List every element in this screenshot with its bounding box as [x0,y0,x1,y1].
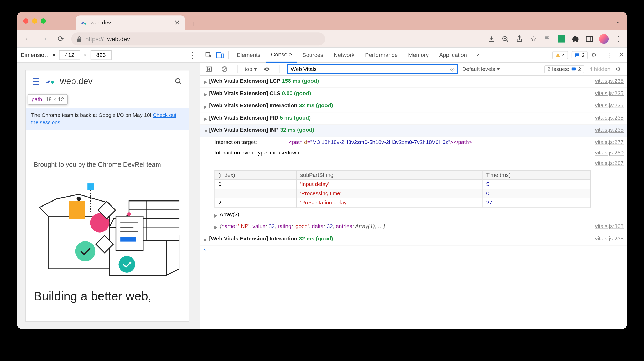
source-link[interactable]: vitals.js:280 [590,148,624,157]
context-selector[interactable]: top▾ [245,66,257,72]
svg-rect-34 [221,54,224,58]
extensions-icon[interactable] [571,34,580,43]
svg-point-0 [84,23,86,25]
address-bar[interactable]: https://web.dev [71,32,325,45]
object-preview-line[interactable]: ▶ {name: 'INP', value: 32, rating: 'good… [214,221,627,233]
log-interaction-2[interactable]: ▶ [Web Vitals Extension] Interaction 32 … [200,233,627,246]
warnings-badge[interactable]: 4 [552,51,568,59]
log-cls[interactable]: ▶ [Web Vitals Extension] CLS 0.00 (good)… [200,88,627,100]
expand-icon[interactable]: ▶ [214,210,220,220]
live-expression-icon[interactable] [261,63,273,75]
close-window[interactable] [23,18,28,24]
devtools-menu-icon[interactable]: ⋮ [603,49,615,60]
share-icon[interactable] [515,34,524,43]
source-link[interactable]: vitals.js:308 [590,222,624,232]
new-tab-button[interactable]: + [188,18,200,30]
source-link[interactable]: vitals.js:277 [590,138,624,147]
col-time: Time (ms) [482,171,590,180]
console-output: ▶ [Web Vitals Extension] LCP 158 ms (goo… [200,76,627,329]
log-interaction[interactable]: ▶ [Web Vitals Extension] Interaction 32 … [200,100,627,113]
source-link[interactable]: vitals.js:235 [590,234,624,243]
sidepanel-icon[interactable] [585,34,594,43]
log-levels-select[interactable]: Default levels▾ [462,66,500,72]
device-more-icon[interactable]: ⋮ [189,50,196,60]
page-headline: Building a better web, [26,286,189,306]
downloads-icon[interactable] [487,34,496,43]
svg-rect-10 [87,183,94,190]
profile-avatar[interactable] [599,34,609,44]
menu-icon[interactable]: ☰ [32,76,40,86]
chrome-menu-icon[interactable]: ⋮ [614,34,622,43]
toggle-sidebar-icon[interactable] [203,63,214,75]
expand-icon[interactable]: ▶ [204,101,209,111]
browser-tab[interactable]: web.dev ✕ [76,15,185,30]
log-fid[interactable]: ▶ [Web Vitals Extension] FID 5 ms (good)… [200,112,627,125]
width-input[interactable] [59,50,80,60]
search-icon[interactable] [175,77,183,85]
bookmark-icon[interactable]: ☆ [529,34,538,43]
console-settings-icon[interactable]: ⚙ [616,66,624,72]
tooltip-dimensions: 18 × 12 [46,96,64,102]
svg-point-14 [75,241,96,261]
tab-sources[interactable]: Sources [297,48,328,63]
reload-button[interactable]: ⟳ [55,33,67,45]
tab-elements[interactable]: Elements [231,48,266,63]
expand-icon[interactable]: ▶ [204,234,209,244]
tab-memory[interactable]: Memory [403,48,434,63]
log-lcp[interactable]: ▶ [Web Vitals Extension] LCP 158 ms (goo… [200,76,627,88]
extension-webvitals-icon[interactable] [557,34,566,43]
dimensions-preset-select[interactable]: Dimensio… ▾ [20,52,56,58]
interaction-target-line: Interaction target: <path d="M3 18h18v-2… [214,137,627,147]
devtools-tabs: Elements Console Sources Network Perform… [200,48,627,63]
forward-button[interactable]: → [38,33,50,45]
console-toolbar: top▾ ⊗ Default levels▾ 2 Issues: 2 4 hid… [200,63,627,76]
device-toggle-icon[interactable] [214,49,226,60]
interaction-event-line: Interaction event type: mousedown vitals… [214,147,627,158]
source-link[interactable]: vitals.js:235 [590,113,624,122]
brand-text: web.dev [60,76,92,86]
source-link[interactable]: vitals.js:235 [590,77,624,85]
minimize-window[interactable] [32,18,37,24]
source-link[interactable]: vitals.js:287 [590,159,624,168]
svg-rect-3 [586,36,592,41]
devtools-settings-icon[interactable]: ⚙ [591,52,600,58]
clear-console-icon[interactable] [219,63,230,75]
expand-icon[interactable]: ▶ [204,77,209,87]
source-link[interactable]: vitals.js:235 [590,101,624,110]
chevron-down-icon: ▾ [497,66,500,72]
tab-performance[interactable]: Performance [360,48,403,63]
source-link[interactable]: vitals.js:235 [590,89,624,97]
collapse-icon[interactable]: ▼ [204,126,209,136]
tabs-more-icon[interactable]: » [472,49,484,60]
tooltip-tagname: path [32,96,42,102]
back-button[interactable]: ← [22,33,34,45]
clear-filter-icon[interactable]: ⊗ [449,65,456,73]
devtools-close-icon[interactable]: ✕ [618,50,624,60]
traffic-lights [22,18,46,24]
tabs-overflow-icon[interactable]: ⌄ [616,18,620,24]
zoom-icon[interactable] [501,34,510,43]
expand-icon[interactable]: ▶ [204,113,209,123]
array-footer[interactable]: ▶ Array(3) [214,209,627,221]
device-pane: Dimensio… ▾ × ⋮ ☰ web.dev pat [17,48,200,329]
expand-icon[interactable]: ▶ [204,89,209,99]
tab-application[interactable]: Application [434,48,472,63]
log-inp[interactable]: ▼ [Web Vitals Extension] INP 32 ms (good… [200,125,627,137]
flag-icon[interactable] [543,34,552,43]
inp-detail: Interaction target: <path d="M3 18h18v-2… [200,137,627,233]
console-prompt[interactable]: › [200,246,627,254]
console-filter-input[interactable] [287,64,458,74]
issues-pill[interactable]: 2 Issues: 2 [544,65,584,73]
device-canvas: ☰ web.dev path 18 × 12 The Chrome team i… [17,63,200,329]
tab-network[interactable]: Network [329,48,360,63]
source-link[interactable]: vitals.js:235 [590,126,624,134]
tab-console[interactable]: Console [266,48,297,63]
brand-logo-icon [45,76,55,86]
maximize-window[interactable] [41,18,46,24]
height-input[interactable] [90,50,111,60]
inspect-element-icon[interactable] [203,49,214,60]
expand-icon[interactable]: ▶ [214,222,220,232]
messages-badge[interactable]: 2 [572,51,588,59]
toolbar-right: ☆ ⋮ [487,34,622,44]
close-tab-icon[interactable]: ✕ [174,19,181,26]
